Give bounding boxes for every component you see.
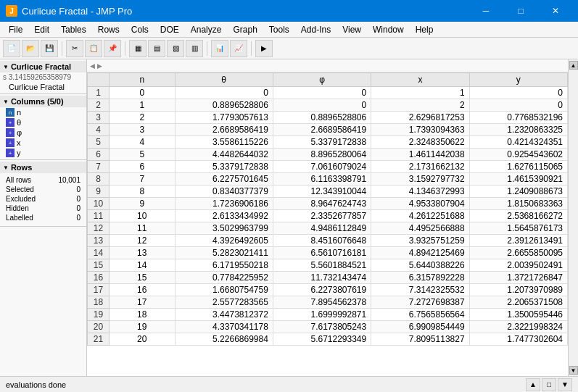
table4-button[interactable]: ▥ (186, 40, 203, 57)
cell-phi: 8.4516076648 (273, 235, 371, 247)
row-number: 1 (88, 87, 110, 99)
data-table-container[interactable]: n θ φ x y 100010210.8896528806020321.779… (87, 72, 568, 376)
table-button[interactable]: ▦ (129, 40, 146, 57)
cell-n: 16 (110, 284, 176, 296)
cell-phi: 8.8965280064 (273, 149, 371, 161)
cell-phi: 12.343910044 (273, 185, 371, 198)
minimize-button[interactable]: ─ (469, 0, 503, 22)
selected-label: Selected (4, 185, 47, 193)
excluded-label: Excluded (4, 195, 47, 203)
cell-theta: 5.3379172838 (175, 161, 273, 173)
cell-theta: 2.6133434992 (175, 210, 273, 222)
columns-header[interactable]: ▼ Columns (5/0) (0, 96, 86, 107)
table3-button[interactable]: ▧ (167, 40, 184, 57)
row-number: 15 (88, 259, 110, 272)
table-item[interactable]: Curlicue Fractal (0, 82, 86, 92)
cell-x: 2.6296817253 (371, 112, 469, 124)
new-button[interactable]: 📄 (3, 40, 20, 57)
scroll-up-button[interactable]: ▲ (569, 61, 578, 70)
menu-item-analyze[interactable]: Analyze (185, 22, 228, 37)
cell-theta: 0.7784225952 (175, 272, 273, 284)
all-rows-value: 10,001 (49, 176, 82, 184)
paste-button[interactable]: 📌 (104, 40, 121, 57)
col-x-label: x (17, 138, 21, 147)
menu-item-file[interactable]: File (3, 22, 28, 37)
menu-item-tools[interactable]: Tools (263, 22, 295, 37)
cell-phi: 5.5601884521 (273, 259, 371, 272)
cell-x: 2.1731662132 (371, 161, 469, 173)
copy-button[interactable]: 📋 (85, 40, 102, 57)
col-phi-label: φ (17, 128, 22, 137)
col-header-phi[interactable]: φ (273, 73, 371, 87)
cell-phi: 7.0616079024 (273, 161, 371, 173)
cell-phi: 5.3379172838 (273, 136, 371, 149)
data-area: ◀ ▶ n θ φ x y 100010210.8896528806020321… (87, 59, 568, 376)
status-btn-2[interactable]: □ (542, 378, 556, 391)
cell-theta: 3.5029963799 (175, 222, 273, 235)
menu-item-view[interactable]: View (337, 22, 367, 37)
rows-header[interactable]: ▼ Rows (0, 162, 86, 173)
col-header-theta[interactable]: θ (175, 73, 273, 87)
col-theta-label: θ (17, 118, 21, 127)
chart-button[interactable]: 📊 (211, 40, 228, 57)
cell-theta: 3.5586115226 (175, 136, 273, 149)
sep-1 (62, 41, 62, 56)
close-button[interactable]: ✕ (539, 0, 572, 22)
cell-phi: 6.1163398791 (273, 173, 371, 185)
cell-theta: 5.2823021411 (175, 247, 273, 259)
scroll-down-button[interactable]: ▼ (569, 366, 578, 375)
col-x[interactable]: + x (0, 138, 86, 148)
menu-item-cols[interactable]: Cols (125, 22, 154, 37)
open-button[interactable]: 📂 (22, 40, 39, 57)
menu-item-window[interactable]: Window (367, 22, 410, 37)
table-row: 1091.72369061868.96476247434.95338079041… (88, 198, 568, 210)
col-header-x[interactable]: x (371, 73, 469, 87)
cell-n: 11 (110, 222, 176, 235)
row-number: 17 (88, 284, 110, 296)
cell-y: 0 (469, 99, 567, 112)
cell-y: 2.2065371508 (469, 296, 567, 309)
col-theta[interactable]: + θ (0, 117, 86, 128)
cell-y: 0.7768532196 (469, 112, 567, 124)
col-n[interactable]: n n (0, 107, 86, 117)
col-y[interactable]: + y (0, 148, 86, 158)
cell-y: 1.2409088673 (469, 185, 567, 198)
menu-item-edit[interactable]: Edit (28, 22, 55, 37)
maximize-button[interactable]: □ (504, 0, 537, 22)
col-header-y[interactable]: y (469, 73, 567, 87)
save-button[interactable]: 💾 (41, 40, 58, 57)
row-number: 18 (88, 296, 110, 309)
row-number: 14 (88, 247, 110, 259)
menu-item-doe[interactable]: DOE (154, 22, 185, 37)
script-button[interactable]: ▶ (255, 40, 273, 57)
menu-item-add-ins[interactable]: Add-Ins (295, 22, 337, 37)
menu-item-tables[interactable]: Tables (55, 22, 92, 37)
menu-item-rows[interactable]: Rows (92, 22, 125, 37)
cell-x: 1.4611442038 (371, 149, 469, 161)
cut-button[interactable]: ✂ (66, 40, 83, 57)
row-number: 2 (88, 99, 110, 112)
menu-item-graph[interactable]: Graph (227, 22, 263, 37)
cell-theta: 1.6680754759 (175, 284, 273, 296)
status-btn-3[interactable]: ▼ (558, 378, 572, 391)
col-phi[interactable]: + φ (0, 128, 86, 138)
rows-table: All rows 10,001 Selected 0 Excluded 0 Hi… (0, 173, 86, 225)
status-btn-1[interactable]: ▲ (526, 378, 540, 391)
cell-x: 3.9325751259 (371, 235, 469, 247)
cell-phi: 8.9647624743 (273, 198, 371, 210)
chart2-button[interactable]: 📈 (230, 40, 247, 57)
table2-button[interactable]: ▤ (148, 40, 165, 57)
table-header[interactable]: ▼ Curlicue Fractal (0, 61, 86, 72)
col-header-n[interactable]: n (110, 73, 176, 87)
menu-item-help[interactable]: Help (410, 22, 439, 37)
cell-theta: 2.5577283565 (175, 296, 273, 309)
selected-value: 0 (49, 185, 82, 193)
v-scrollbar[interactable]: ▲ ▼ (568, 59, 578, 376)
cell-theta: 0.8896528806 (175, 99, 273, 112)
header-row: n θ φ x y (88, 73, 568, 87)
row-number: 4 (88, 124, 110, 136)
table-row: 210.8896528806020 (88, 99, 568, 112)
col-n-icon: n (6, 108, 15, 117)
row-number: 19 (88, 309, 110, 321)
cell-x: 4.2612251688 (371, 210, 469, 222)
